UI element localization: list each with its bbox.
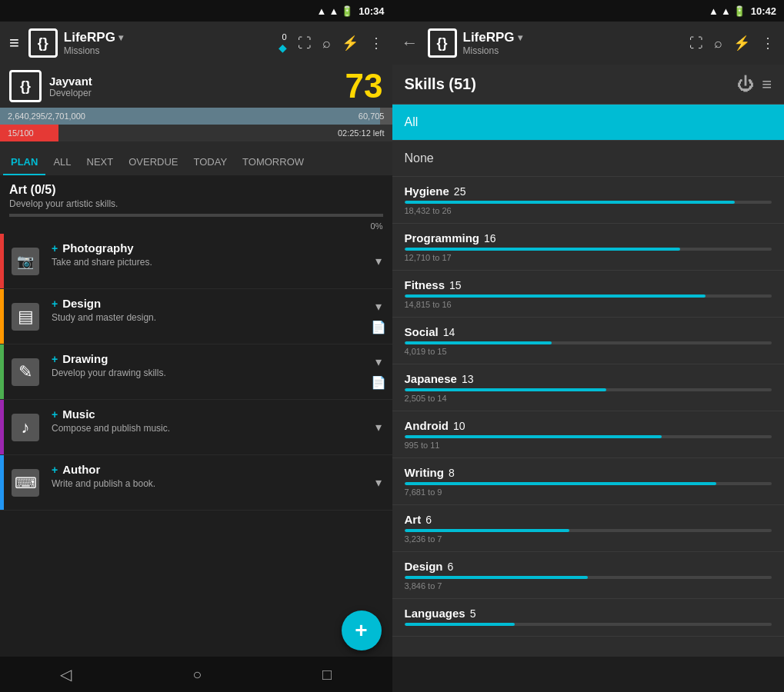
mission-item-design[interactable]: ▤ + Design Study and master design. ▾ 📄 [0, 289, 392, 344]
expand-icon-right[interactable]: ⛶ [689, 35, 703, 52]
xp-right: 60,705 [359, 111, 385, 121]
category-progress-label-left: 0% [9, 221, 383, 231]
skill-item-social[interactable]: Social 14 4,019 to 15 [392, 318, 785, 364]
diamond-badge: 0 ◆ [279, 32, 287, 54]
back-icon-right[interactable]: ← [402, 33, 419, 53]
tab-tomorrow[interactable]: TOMORROW [235, 150, 312, 175]
logo-text-left: LifeRPG ▾ Missions [64, 30, 123, 56]
square-nav-left[interactable]: □ [307, 661, 347, 688]
skill-level-design: 6 [448, 561, 454, 573]
app-section-left: Missions [64, 45, 123, 56]
battery-icon: 🔋 [341, 5, 353, 17]
user-row-left: {} Jayvant Developer 73 [0, 65, 392, 108]
home-nav-left[interactable]: ○ [177, 661, 217, 688]
filter-lines-icon[interactable]: ≡ [762, 75, 772, 95]
back-nav-left[interactable]: ◁ [45, 660, 87, 688]
app-name-left: LifeRPG [64, 30, 115, 45]
more-icon-right[interactable]: ⋮ [761, 35, 775, 52]
tab-plan[interactable]: PLAN [3, 150, 45, 175]
filter-icon-left[interactable]: ⚡ [342, 35, 359, 52]
filter-none[interactable]: None [392, 141, 785, 177]
add-btn-drawing[interactable]: + [52, 353, 58, 365]
expand-icon-left[interactable]: ⛶ [298, 35, 312, 52]
mission-title-photography: Photography [62, 241, 134, 255]
filter-all[interactable]: All [392, 105, 785, 141]
skill-xp-bar-japanese [405, 388, 772, 391]
app-name-right: LifeRPG [463, 30, 515, 45]
category-header-left: Art (0/5) Develop your artistic skills. … [0, 175, 392, 234]
skill-xp-text-social: 4,019 to 15 [405, 347, 772, 356]
chevron-author: ▾ [375, 475, 382, 490]
logo-text-right: LifeRPG ▾ Missions [463, 30, 522, 56]
add-btn-design[interactable]: + [52, 298, 58, 310]
skill-item-hygiene[interactable]: Hygiene 25 18,432 to 26 [392, 177, 785, 224]
top-bar-icons-right: ⛶ ⌕ ⚡ ⋮ [689, 35, 775, 52]
icon-area-design: ▤ [4, 289, 47, 344]
skill-xp-text-fitness: 14,815 to 16 [405, 300, 772, 309]
category-progress-bar-left [9, 214, 383, 217]
skill-level-languages: 5 [470, 607, 476, 620]
skill-xp-text-japanese: 2,505 to 14 [405, 394, 772, 403]
more-icon-left[interactable]: ⋮ [369, 35, 383, 52]
mission-desc-design: Study and master design. [52, 312, 360, 323]
skills-list: All None Hygiene 25 18,432 to 26 [392, 105, 785, 657]
tab-next[interactable]: NEXT [79, 150, 122, 175]
power-icon[interactable]: ⏻ [737, 75, 754, 95]
wifi-icon: ▲ [317, 5, 327, 17]
skill-name-fitness: Fitness [405, 278, 445, 291]
skill-xp-bar-android [405, 435, 772, 438]
mission-content-design: + Design Study and master design. [47, 289, 365, 344]
skill-item-writing[interactable]: Writing 8 7,681 to 9 [392, 458, 785, 505]
skill-name-writing: Writing [405, 466, 444, 479]
skill-level-japanese: 13 [462, 373, 474, 385]
hp-bar-left: 15/100 02:25:12 left [0, 125, 392, 141]
add-btn-music[interactable]: + [52, 408, 58, 421]
logo-bracket-right: {} [428, 28, 457, 58]
icon-area-drawing: ✎ [4, 344, 47, 399]
doc-design: 📄 [371, 320, 386, 334]
tab-all[interactable]: ALL [45, 150, 78, 175]
fab-button[interactable]: + [342, 610, 382, 650]
search-icon-left[interactable]: ⌕ [322, 35, 331, 52]
mission-item-drawing[interactable]: ✎ + Drawing Develop your drawing skills.… [0, 344, 392, 400]
skill-item-languages[interactable]: Languages 5 [392, 599, 785, 637]
skill-item-fitness[interactable]: Fitness 15 14,815 to 16 [392, 271, 785, 318]
skill-item-japanese[interactable]: Japanese 13 2,505 to 14 [392, 364, 785, 411]
status-bar-right: ▲ ▲ 🔋 10:42 [392, 0, 785, 22]
tab-overdue[interactable]: OVERDUE [121, 150, 185, 175]
skill-xp-bar-design [405, 576, 772, 579]
author-icon: ⌨ [12, 469, 39, 497]
app-logo-right: ← {} LifeRPG ▾ Missions [402, 28, 682, 58]
skill-xp-bar-writing [405, 482, 772, 485]
mission-item-music[interactable]: ♪ + Music Compose and publish music. ▾ [0, 400, 392, 455]
skill-item-android[interactable]: Android 10 995 to 11 [392, 411, 785, 458]
tab-today[interactable]: TODAY [186, 150, 235, 175]
diamond-count: 0 [282, 32, 286, 42]
add-btn-photography[interactable]: + [52, 242, 58, 255]
bottom-nav-left: ◁ ○ □ [0, 657, 392, 692]
search-icon-right[interactable]: ⌕ [714, 35, 722, 52]
mission-item-photography[interactable]: 📷 + Photography Take and share pictures.… [0, 234, 392, 289]
skill-xp-fill-japanese [405, 388, 607, 391]
filter-none-label: None [405, 151, 434, 165]
skill-xp-bar-social [405, 341, 772, 344]
score-area: 73 [345, 69, 383, 103]
skill-xp-fill-android [405, 435, 662, 438]
skill-item-art[interactable]: Art 6 3,236 to 7 [392, 505, 785, 552]
dropdown-arrow-right: ▾ [518, 32, 522, 43]
diamond-icon: ◆ [279, 42, 287, 54]
user-name-left: Jayvant [49, 75, 338, 88]
hamburger-icon[interactable]: ≡ [9, 33, 19, 53]
mission-item-author[interactable]: ⌨ + Author Write and publish a book. ▾ [0, 455, 392, 511]
add-btn-author[interactable]: + [52, 464, 58, 476]
mission-title-design: Design [62, 297, 101, 310]
app-section-right: Missions [463, 45, 522, 56]
chevron-photography: ▾ [375, 254, 382, 268]
skill-item-design[interactable]: Design 6 3,846 to 7 [392, 552, 785, 599]
design-icon: ▤ [12, 303, 39, 331]
mission-desc-music: Compose and publish music. [52, 423, 360, 434]
skill-xp-text-art: 3,236 to 7 [405, 534, 772, 544]
mission-content-photography: + Photography Take and share pictures. [47, 234, 365, 288]
skill-item-programming[interactable]: Programming 16 12,710 to 17 [392, 224, 785, 271]
filter-icon-right[interactable]: ⚡ [733, 35, 750, 52]
